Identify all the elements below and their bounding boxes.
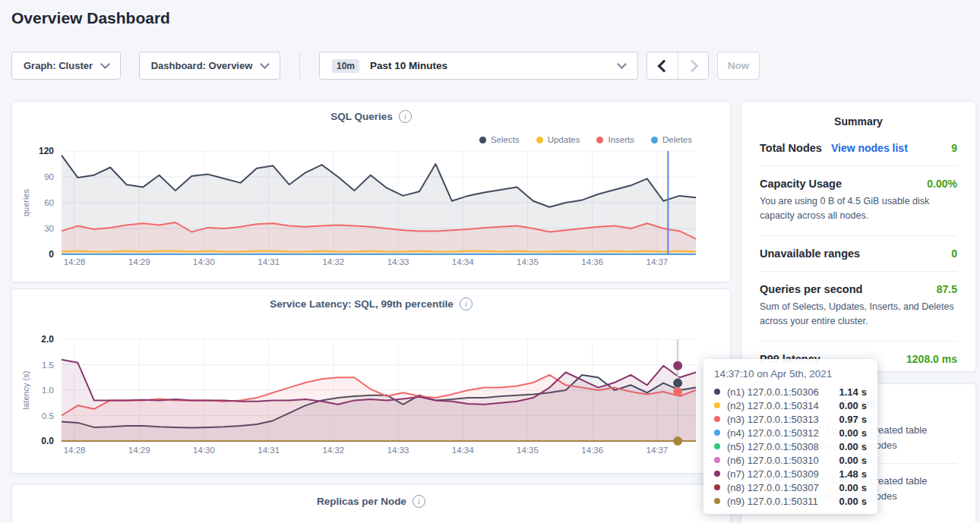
summary-description: Sum of Selects, Updates, Inserts, and De… bbox=[760, 300, 957, 329]
node-address: (n8) 127.0.0.1:50307 bbox=[727, 482, 839, 493]
chevron-down-icon bbox=[100, 59, 110, 69]
node-color-dot bbox=[714, 471, 720, 477]
node-color-dot bbox=[714, 484, 720, 490]
time-range-selector[interactable]: 10m Past 10 Minutes bbox=[319, 52, 638, 80]
svg-text:14:37: 14:37 bbox=[646, 257, 668, 266]
latency-unit: s bbox=[861, 400, 867, 411]
time-range-badge: 10m bbox=[332, 59, 359, 73]
latency-unit: s bbox=[861, 427, 867, 439]
chevron-right-icon bbox=[686, 59, 699, 72]
svg-text:14:32: 14:32 bbox=[322, 446, 344, 455]
svg-text:14:34: 14:34 bbox=[452, 257, 474, 266]
summary-row-unavailable-ranges: Unavailable ranges0 bbox=[760, 235, 957, 271]
time-range-label: Past 10 Minutes bbox=[370, 60, 447, 71]
summary-label: Unavailable ranges bbox=[760, 247, 860, 260]
summary-row-queries-per-second: Queries per second87.5Sum of Selects, Up… bbox=[760, 271, 957, 341]
svg-text:14:36: 14:36 bbox=[581, 446, 603, 455]
svg-text:14:29: 14:29 bbox=[128, 446, 150, 455]
node-address: (n5) 127.0.0.1:50308 bbox=[727, 441, 839, 452]
node-color-dot bbox=[714, 430, 720, 436]
latency-unit: s bbox=[861, 496, 867, 507]
svg-text:14:29: 14:29 bbox=[128, 257, 150, 266]
svg-text:1.5: 1.5 bbox=[42, 361, 54, 370]
node-latency-value: 0.00 bbox=[839, 441, 858, 452]
svg-text:120: 120 bbox=[39, 146, 54, 156]
graph-dropdown[interactable]: Graph: Cluster bbox=[11, 52, 121, 80]
node-address: (n7) 127.0.0.1:50309 bbox=[727, 468, 839, 480]
prev-range-button[interactable] bbox=[647, 52, 678, 79]
summary-value: 9 bbox=[951, 142, 957, 154]
tooltip-node-row: (n2) 127.0.0.1:503140.00s bbox=[714, 399, 867, 412]
chevron-left-icon bbox=[657, 59, 670, 72]
tooltip-node-row: (n6) 127.0.0.1:503100.00s bbox=[714, 453, 867, 467]
latency-unit: s bbox=[861, 468, 867, 480]
svg-text:14:32: 14:32 bbox=[322, 257, 344, 266]
latency-unit: s bbox=[861, 441, 867, 452]
latency-unit: s bbox=[861, 455, 867, 466]
svg-text:14:35: 14:35 bbox=[517, 446, 539, 455]
node-address: (n4) 127.0.0.1:50312 bbox=[727, 427, 839, 439]
node-color-dot bbox=[714, 443, 720, 449]
node-latency-value: 0.00 bbox=[839, 482, 858, 493]
svg-text:1.0: 1.0 bbox=[42, 386, 54, 395]
dashboard-dropdown[interactable]: Dashboard: Overview bbox=[139, 52, 280, 80]
summary-label: Queries per second bbox=[760, 283, 862, 295]
graph-dropdown-label: Graph: Cluster bbox=[24, 60, 93, 71]
tooltip-node-row: (n1) 127.0.0.1:503061.14s bbox=[714, 385, 867, 399]
node-latency-value: 0.00 bbox=[839, 427, 858, 439]
now-button[interactable]: Now bbox=[717, 52, 760, 80]
view-nodes-list-link[interactable]: View nodes list bbox=[831, 142, 908, 154]
latency-unit: s bbox=[861, 482, 867, 493]
chevron-down-icon bbox=[260, 59, 270, 69]
node-color-dot bbox=[714, 457, 720, 463]
latency-unit: s bbox=[861, 414, 867, 425]
dashboard-dropdown-label: Dashboard: Overview bbox=[151, 60, 253, 71]
chart-hover-tooltip: 14:37:10 on Apr 5th, 2021 (n1) 127.0.0.1… bbox=[703, 359, 877, 514]
node-latency-value: 0.00 bbox=[839, 455, 858, 466]
svg-text:14:30: 14:30 bbox=[193, 257, 215, 266]
node-latency-value: 0.00 bbox=[839, 496, 858, 507]
page-title: Overview Dashboard bbox=[11, 9, 170, 27]
replicas-title-row: Replicas per Node i bbox=[12, 495, 730, 508]
svg-text:14:33: 14:33 bbox=[387, 257, 409, 266]
node-address: (n6) 127.0.0.1:50310 bbox=[727, 455, 839, 466]
summary-row-capacity-usage: Capacity Usage0.00%You are using 0 B of … bbox=[760, 165, 957, 235]
summary-card: Summary Total NodesView nodes list9Capac… bbox=[741, 101, 976, 372]
tooltip-node-row: (n9) 127.0.0.1:503110.00s bbox=[714, 494, 867, 508]
replicas-per-node-panel: Replicas per Node i bbox=[11, 484, 731, 523]
svg-text:0.5: 0.5 bbox=[42, 411, 54, 421]
info-icon[interactable]: i bbox=[413, 495, 425, 508]
tooltip-node-row: (n5) 127.0.0.1:503080.00s bbox=[714, 440, 867, 453]
summary-label: Total Nodes bbox=[760, 142, 822, 154]
tooltip-node-row: (n4) 127.0.0.1:503120.00s bbox=[714, 426, 867, 440]
svg-text:2.0: 2.0 bbox=[41, 334, 54, 345]
summary-value: 87.5 bbox=[937, 283, 957, 295]
node-latency-value: 0.97 bbox=[839, 414, 858, 425]
chart-title: Replicas per Node bbox=[317, 496, 406, 507]
svg-text:30: 30 bbox=[44, 224, 54, 233]
sql-queries-chart[interactable]: 030609012014:2814:2914:3014:3114:3214:33… bbox=[12, 102, 730, 282]
service-latency-chart[interactable]: 0.00.51.01.52.014:2814:2914:3014:3114:32… bbox=[12, 289, 730, 473]
svg-text:0.0: 0.0 bbox=[41, 436, 54, 446]
svg-text:queries: queries bbox=[21, 188, 30, 216]
node-color-dot bbox=[714, 498, 720, 504]
tooltip-node-row: (n7) 127.0.0.1:503091.48s bbox=[714, 467, 867, 480]
svg-text:14:28: 14:28 bbox=[64, 257, 86, 266]
tooltip-node-row: (n8) 127.0.0.1:503070.00s bbox=[714, 480, 867, 494]
summary-rows: Total NodesView nodes list9Capacity Usag… bbox=[760, 131, 957, 376]
svg-text:14:37: 14:37 bbox=[646, 446, 668, 455]
summary-title: Summary bbox=[760, 115, 957, 128]
overview-dashboard-page: Overview Dashboard Graph: Cluster Dashbo… bbox=[0, 0, 980, 523]
next-range-button[interactable] bbox=[678, 52, 708, 79]
node-address: (n9) 127.0.0.1:50311 bbox=[727, 496, 839, 507]
summary-value: 1208.0 ms bbox=[906, 353, 957, 365]
svg-text:14:35: 14:35 bbox=[517, 257, 539, 266]
node-color-dot bbox=[714, 389, 720, 395]
svg-text:14:28: 14:28 bbox=[64, 446, 86, 455]
svg-text:14:30: 14:30 bbox=[193, 446, 215, 455]
svg-text:14:34: 14:34 bbox=[452, 446, 474, 455]
chevron-down-icon bbox=[617, 59, 627, 69]
summary-label: Capacity Usage bbox=[760, 178, 842, 190]
tooltip-node-row: (n3) 127.0.0.1:503130.97s bbox=[714, 412, 867, 426]
node-latency-value: 0.00 bbox=[839, 400, 858, 411]
